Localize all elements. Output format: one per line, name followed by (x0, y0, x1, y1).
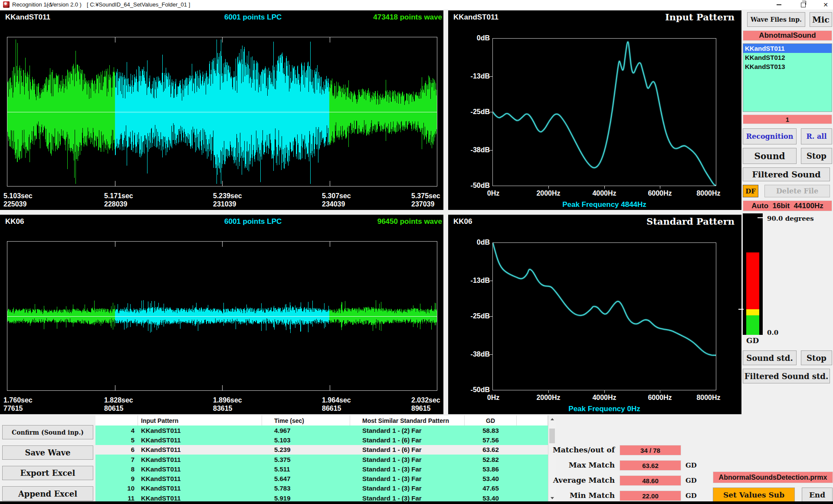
stat-label: Average Match (553, 476, 615, 484)
time-label: 1.828sec (104, 396, 133, 404)
filtered-sound-button[interactable]: Filtered Sound (743, 167, 830, 181)
delete-file-button-disabled: Delete File (764, 185, 830, 197)
waveform-plot[interactable] (7, 241, 437, 391)
end-button[interactable]: End (802, 488, 833, 502)
results-table: Input PatternTime (sec)Most Similar Stan… (95, 416, 548, 502)
table-row[interactable]: 4KKandST0114.967Standard 1 - (2) Far58.8… (95, 425, 548, 435)
lpc-window-tick (115, 242, 115, 247)
x-axis-tick (604, 186, 605, 189)
sample-label: 234039 (322, 200, 345, 208)
sound-file-list[interactable]: KKandST011KKandST012KKandST013 (743, 43, 832, 112)
stat-value: 22.00 (620, 491, 681, 501)
recognition-button[interactable]: Recognition (743, 128, 797, 144)
standard-waveform-panel: KK06 6001 points LPC 96450 points wave 1… (0, 215, 443, 414)
time-label: 5.375sec (411, 192, 440, 200)
y-axis-tick (489, 112, 492, 112)
table-cell: Standard 1 - (2) Far (350, 425, 465, 435)
table-scrollbar[interactable] (548, 416, 556, 502)
lpc-window-tick (330, 242, 330, 247)
standard-pattern-panel: KK06 Standard Pattern Peak Frequency 0Hz… (448, 215, 741, 414)
db-axis-label: -25dB (471, 312, 490, 320)
scrollbar-thumb[interactable] (549, 429, 555, 443)
restore-button[interactable] (796, 0, 810, 10)
input-waveform-panel: KKandST011 6001 points LPC 473418 points… (0, 10, 443, 210)
sound-button[interactable]: Sound (743, 148, 797, 164)
table-cell: 5 (95, 435, 138, 445)
lpc-window-tick (115, 385, 115, 390)
sample-label: 89615 (411, 405, 431, 412)
stat-label: Matches/out of (553, 445, 615, 454)
stat-row: Max Match63.62GD (0, 460, 833, 471)
x-axis-tick (548, 186, 549, 189)
lpc-window-tick (222, 37, 223, 43)
table-cell: Time (sec) (262, 416, 350, 425)
sample-label: 228039 (104, 200, 127, 208)
window-title: Recognition 1-d (12, 1, 52, 8)
filtered-sound-std-button[interactable]: Filtered Sound std. (743, 369, 830, 383)
time-label: 2.032sec (411, 396, 440, 404)
recognize-all-button[interactable]: R. all (801, 128, 832, 144)
stop-button[interactable]: Stop (801, 148, 832, 164)
db-axis-label: -50dB (471, 386, 490, 394)
df-button[interactable]: DF (743, 185, 758, 197)
spectrum-plot[interactable] (492, 38, 716, 186)
mic-button[interactable]: Mic (810, 12, 832, 27)
lpc-points-label: 6001 points LPC (224, 217, 282, 226)
time-label: 5.171sec (104, 192, 133, 200)
spectrum-source: KK06 (453, 217, 472, 226)
sample-label: 80615 (104, 405, 124, 412)
y-axis-tick (489, 316, 492, 317)
gauge-green-zone (746, 315, 759, 335)
table-cell: Input Pattern (138, 416, 262, 425)
table-cell (95, 416, 138, 425)
sound-file-item[interactable]: KKandST011 (743, 44, 832, 53)
sound-group-label: AbnotmalSound (743, 30, 832, 41)
time-label: 1.964sec (322, 396, 351, 404)
table-cell: 58.83 (465, 425, 517, 435)
hz-axis-label: 4000Hz (592, 394, 616, 402)
time-label: 1.896sec (213, 396, 242, 404)
sample-label: 237039 (411, 200, 434, 208)
sample-axis-labels: 225039228039231039234039237039 (0, 200, 443, 208)
spectrum-plot[interactable] (492, 242, 716, 390)
db-axis-label: -13dB (471, 72, 490, 80)
lpc-window-tick (222, 385, 223, 390)
db-axis-label: 0dB (477, 239, 490, 246)
db-axis-label: -13dB (471, 277, 490, 285)
scroll-up-button[interactable] (548, 416, 556, 423)
confirm-sound-input-button[interactable]: Confirm (Sound inp.) (2, 425, 93, 439)
gauge-axis-label: GD (746, 336, 759, 345)
time-label: 5.103sec (3, 192, 33, 200)
table-row[interactable]: 5KKandST0115.103Standard 1 - (6) Far57.5… (95, 435, 548, 445)
input-pattern-panel: KKandST011 Input Pattern Peak Frequency … (448, 10, 741, 210)
x-axis-tick (548, 390, 549, 393)
restore-icon (801, 3, 806, 7)
db-axis-label: -38dB (471, 146, 490, 154)
minimize-button[interactable] (771, 0, 786, 10)
stop-std-button[interactable]: Stop (801, 350, 832, 365)
minimize-icon (777, 4, 781, 5)
waveform-plot[interactable] (7, 37, 437, 187)
time-label: 5.239sec (213, 192, 242, 200)
lpc-window-tick (115, 37, 115, 43)
hz-axis-label: 2000Hz (536, 394, 560, 402)
lpc-window-tick (330, 181, 330, 186)
time-axis-labels: 1.760sec1.828sec1.896sec1.964sec2.032sec (0, 396, 443, 404)
peak-frequency-label: Peak Frequency 4844Hz (562, 200, 646, 209)
sound-std-button[interactable]: Sound std. (743, 350, 797, 365)
lpc-window-tick (330, 37, 330, 43)
lpc-window-tick (330, 385, 330, 390)
table-cell: 5.103 (262, 435, 350, 445)
hz-axis-label: 6000Hz (648, 394, 672, 402)
sound-file-item[interactable]: KKandST012 (743, 53, 832, 62)
set-values-sub-button[interactable]: Set Values Sub (713, 488, 795, 502)
waveform-centerline (7, 316, 437, 317)
x-axis-tick (660, 390, 660, 393)
close-button[interactable]: ✕ (818, 0, 833, 10)
hz-axis-label: 6000Hz (648, 190, 672, 197)
spectrum-source: KKandST011 (453, 13, 498, 22)
lpc-window-tick (115, 181, 115, 186)
sound-file-item[interactable]: KKandST013 (743, 62, 832, 71)
wave-files-input-button[interactable]: Wave Files inp. (747, 12, 805, 27)
table-cell: GD (465, 416, 517, 425)
